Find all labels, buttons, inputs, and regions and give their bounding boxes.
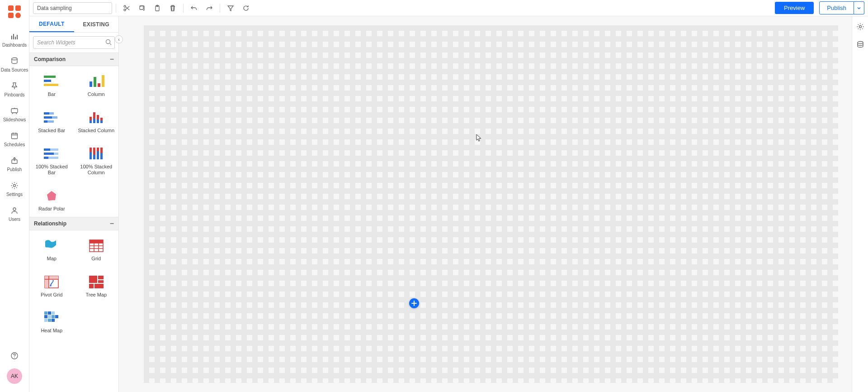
nav-dashboards[interactable]: Dashboards [0, 27, 29, 52]
widget-label: Radar Polar [38, 206, 65, 212]
nav-settings[interactable]: Settings [0, 177, 29, 201]
svg-rect-74 [89, 284, 94, 288]
svg-rect-2 [8, 13, 14, 18]
refresh-button[interactable] [239, 1, 253, 15]
svg-rect-79 [44, 315, 47, 318]
100-stacked-column-icon [88, 146, 105, 160]
svg-rect-73 [98, 280, 104, 283]
dashboards-icon [10, 32, 19, 41]
panel-collapse-toggle[interactable]: ‹ [115, 35, 123, 43]
properties-data-button[interactable] [854, 39, 866, 51]
nav-slideshows[interactable]: Slideshows [0, 102, 29, 127]
widget-label: Grid [91, 256, 101, 262]
widget-100-stacked-bar[interactable]: 100% Stacked Bar [29, 139, 74, 181]
widget-panel: DEFAULT EXISTING ‹ Comparison [29, 16, 119, 392]
tree-map-icon [88, 274, 105, 288]
user-avatar[interactable]: AK [7, 368, 22, 384]
database-icon [856, 41, 864, 49]
add-tab-button[interactable] [409, 298, 419, 308]
svg-rect-36 [93, 112, 95, 119]
paste-button[interactable] [151, 1, 164, 15]
column-chart-icon [88, 73, 105, 88]
nav-users-label: Users [9, 217, 20, 222]
canvas-grid [144, 25, 838, 383]
widget-map[interactable]: Map [29, 230, 74, 267]
tab-default[interactable]: DEFAULT [29, 16, 74, 32]
svg-rect-5 [13, 34, 14, 39]
svg-rect-39 [97, 120, 99, 123]
undo-button[interactable] [187, 1, 201, 15]
cut-button[interactable] [120, 1, 133, 15]
widget-label: Column [88, 91, 105, 98]
nav-schedules[interactable]: Schedules [0, 127, 29, 152]
widget-stacked-column[interactable]: Stacked Column [74, 102, 119, 139]
svg-rect-17 [140, 6, 143, 10]
nav-datasources[interactable]: Data Sources [0, 52, 29, 77]
nav-users[interactable]: Users [0, 201, 29, 226]
svg-rect-54 [100, 148, 103, 153]
dashboard-title-input[interactable] [33, 2, 112, 14]
properties-settings-button[interactable] [854, 21, 866, 33]
redo-button[interactable] [203, 1, 216, 15]
undo-icon [190, 5, 198, 12]
schedules-icon [10, 131, 19, 140]
svg-rect-41 [100, 120, 103, 123]
svg-rect-38 [97, 115, 99, 120]
svg-rect-47 [48, 157, 58, 159]
category-relationship-header[interactable]: Relationship − [29, 217, 118, 230]
nav-pinboards-label: Pinboards [4, 92, 24, 97]
svg-rect-27 [102, 75, 104, 87]
nav-schedules-label: Schedules [4, 142, 25, 147]
svg-rect-0 [8, 5, 14, 11]
widget-bar[interactable]: Bar [29, 66, 74, 102]
properties-rail [852, 16, 868, 392]
svg-rect-10 [12, 134, 18, 139]
redo-icon [206, 5, 213, 12]
copy-button[interactable] [135, 1, 149, 15]
design-canvas[interactable] [119, 16, 852, 392]
heat-map-icon [43, 310, 60, 324]
widget-search-input[interactable] [33, 36, 115, 49]
svg-rect-42 [44, 148, 50, 151]
svg-rect-72 [98, 276, 104, 279]
filter-button[interactable] [224, 1, 237, 15]
nav-pinboards[interactable]: Pinboards [0, 77, 29, 102]
category-comparison-label: Comparison [34, 56, 66, 62]
svg-rect-21 [44, 76, 56, 78]
svg-point-13 [13, 208, 16, 210]
svg-rect-77 [48, 311, 51, 315]
publish-dropdown[interactable] [854, 1, 864, 14]
svg-rect-31 [52, 116, 57, 119]
datasources-icon [10, 57, 19, 66]
svg-rect-49 [90, 152, 92, 159]
svg-rect-80 [48, 315, 51, 318]
pivot-grid-icon [43, 274, 60, 288]
nav-publish[interactable]: Publish [0, 152, 29, 177]
svg-rect-51 [93, 155, 95, 159]
help-button[interactable] [10, 351, 19, 360]
grid-icon [88, 238, 105, 252]
preview-button[interactable]: Preview [775, 2, 814, 14]
widget-column[interactable]: Column [74, 66, 119, 102]
svg-rect-35 [90, 120, 92, 123]
widget-pivot-grid[interactable]: Pivot Grid [29, 267, 74, 303]
publish-button[interactable]: Publish [819, 1, 854, 14]
chevron-down-icon [857, 6, 861, 10]
svg-rect-46 [44, 157, 48, 159]
refresh-icon [242, 5, 250, 12]
svg-rect-7 [17, 35, 18, 39]
widget-stacked-bar[interactable]: Stacked Bar [29, 102, 74, 139]
nav-dashboards-label: Dashboards [2, 43, 27, 48]
tab-existing[interactable]: EXISTING [74, 16, 119, 32]
svg-rect-29 [49, 112, 54, 115]
widget-radar-polar[interactable]: Radar Polar [29, 181, 74, 217]
widget-grid[interactable]: Grid [74, 230, 119, 267]
widget-heat-map[interactable]: Heat Map [29, 302, 74, 339]
left-nav-rail: Dashboards Data Sources Pinboards Slides… [0, 0, 29, 392]
widget-tree-map[interactable]: Tree Map [74, 267, 119, 303]
svg-rect-1 [15, 5, 21, 11]
category-comparison-header[interactable]: Comparison − [29, 53, 118, 66]
delete-button[interactable] [166, 1, 179, 15]
widget-100-stacked-column[interactable]: 100% Stacked Column [74, 139, 119, 181]
widget-label: Tree Map [85, 292, 107, 298]
